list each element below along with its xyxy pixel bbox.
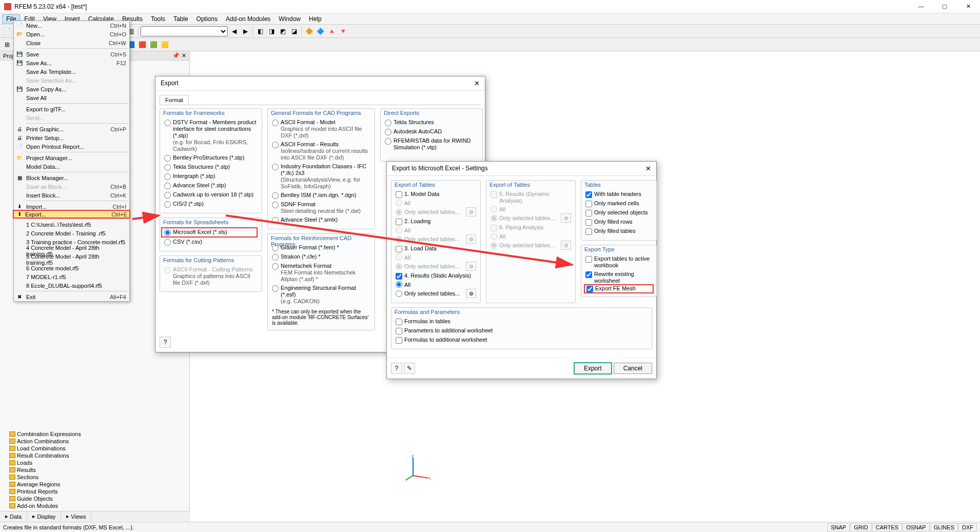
menu-item-save-as-template-[interactable]: Save As Template...: [14, 67, 129, 76]
check-1[interactable]: [585, 201, 592, 207]
menu-item-save[interactable]: 💾SaveCtrl+S: [14, 50, 129, 58]
menu-item-insert-block-[interactable]: Insert Block...Ctrl+K: [14, 191, 129, 200]
radio-fmt-2[interactable]: [272, 263, 279, 270]
tb-tool-e-icon[interactable]: 🔶: [304, 26, 314, 36]
menu-item-export-to-gltf-[interactable]: Export to glTF...: [14, 105, 129, 113]
menu-item-5-concrete-model-april-28th-tr[interactable]: 5 Concrete Model - April 28th training.r…: [14, 255, 129, 264]
radio-fmt-2[interactable]: [164, 164, 171, 171]
menu-item-7-model-r1-rf5[interactable]: 7 MODEL-r1.rf5: [14, 272, 129, 281]
radio-fmt-1[interactable]: [385, 129, 391, 135]
radio-fmt-2[interactable]: [385, 138, 391, 145]
tb-tool-h-icon[interactable]: 🔻: [338, 26, 348, 36]
radio-fmt-1[interactable]: [164, 155, 171, 162]
menu-item-printer-setup-[interactable]: 🖨Printer Setup...: [14, 133, 129, 142]
menu-window[interactable]: Window: [275, 14, 305, 24]
menu-item-project-manager-[interactable]: 📁Project Manager...: [14, 153, 129, 162]
tree-node[interactable]: Loads: [2, 459, 187, 466]
tree-node[interactable]: Average Regions: [2, 481, 187, 488]
check-3[interactable]: [585, 219, 592, 226]
menu-item-model-data-[interactable]: Model Data...: [14, 162, 129, 171]
menu-item-save-all[interactable]: Save All: [14, 93, 129, 102]
tb-tool-d-icon[interactable]: ◪: [289, 26, 299, 36]
radio-fmt-5[interactable]: [272, 217, 279, 224]
menu-item-new-[interactable]: 📄New...Ctrl+N: [14, 21, 129, 30]
radio-fmt-3[interactable]: [272, 285, 279, 292]
menu-table[interactable]: Table: [169, 14, 192, 24]
menu-item-8-ecole-dlubal-support4-rf5[interactable]: 8 Ecole_DLUBAL-support4.rf5: [14, 281, 129, 290]
tb-next-icon[interactable]: ▶: [240, 26, 250, 36]
radio-fmt-4[interactable]: [164, 183, 171, 189]
menu-item-1-c-users-tests-test-rf5[interactable]: 1 C:\Users\..\Tests\test.rf5: [14, 220, 129, 229]
tb-tool-g-icon[interactable]: 🔺: [326, 26, 337, 36]
tb-tool-c-icon[interactable]: ◩: [278, 26, 288, 36]
export-button[interactable]: Export: [574, 362, 612, 375]
export-dialog-close-icon[interactable]: ✕: [474, 80, 480, 87]
pin-icon[interactable]: 📌: [172, 52, 180, 59]
check-table-2[interactable]: [396, 246, 402, 252]
tb-prev-icon[interactable]: ◀: [229, 26, 239, 36]
loadcase-select[interactable]: [141, 26, 228, 36]
menu-options[interactable]: Options: [192, 14, 222, 24]
check-4[interactable]: [585, 228, 592, 235]
menu-item-block-manager-[interactable]: ▦Block Manager...: [14, 173, 129, 182]
tree-node[interactable]: Guide Objects: [2, 495, 187, 502]
radio-fmt-0[interactable]: [164, 120, 171, 126]
menu-item-close[interactable]: CloseCtrl+W: [14, 38, 129, 47]
minimize-button[interactable]: —: [913, 3, 929, 10]
radio-fmt-0[interactable]: [385, 120, 391, 126]
radio-fmt-1[interactable]: [272, 142, 279, 148]
radio-fmt-3[interactable]: [272, 192, 279, 199]
tb2-a-icon[interactable]: ⊞: [2, 40, 12, 50]
tb-tool-b-icon[interactable]: ◨: [266, 26, 277, 36]
bottom-tab-display[interactable]: ▸Display: [27, 511, 61, 521]
menu-tools[interactable]: Tools: [147, 14, 169, 24]
tree-node[interactable]: Load Combinations: [2, 445, 187, 452]
menu-item-2-concrete-model-training-rf5[interactable]: 2 Concrete Model - Training .rf5: [14, 229, 129, 238]
bottom-tab-views[interactable]: ▸Views: [61, 511, 91, 521]
tb2-l-icon[interactable]: 🟥: [137, 40, 147, 50]
radio-fmt-3[interactable]: [164, 173, 171, 180]
menu-item-open-[interactable]: 📂Open...Ctrl+O: [14, 30, 129, 38]
tree-node[interactable]: Combination Expressions: [2, 430, 187, 438]
gear-icon[interactable]: ⚙: [466, 289, 476, 298]
menu-item-save-copy-as-[interactable]: 💾Save Copy As...: [14, 85, 129, 93]
check-2[interactable]: [586, 286, 593, 292]
status-box-snap[interactable]: SNAP: [827, 523, 850, 531]
help-button[interactable]: ?: [160, 337, 171, 348]
menu-item-exit[interactable]: ✖ExitAlt+F4: [14, 292, 129, 301]
menu-item-export-[interactable]: ⬆Export...Ctrl+E: [13, 210, 130, 219]
tree-node[interactable]: Result Combinations: [2, 452, 187, 459]
status-box-grid[interactable]: GRID: [850, 523, 872, 531]
status-box-glines[interactable]: GLINES: [930, 523, 958, 531]
check-table-0[interactable]: [396, 191, 402, 198]
check-0[interactable]: [396, 319, 402, 325]
check-1[interactable]: [396, 328, 402, 334]
help-button-2[interactable]: ?: [391, 363, 402, 374]
settings-button[interactable]: ✎: [404, 363, 415, 374]
menu-help[interactable]: Help: [305, 14, 326, 24]
radio-fmt-4[interactable]: [272, 202, 279, 208]
tree-node[interactable]: Printout Reports: [2, 488, 187, 495]
radio-fmt-2[interactable]: [272, 164, 279, 170]
check-0[interactable]: [585, 256, 592, 263]
tree-node[interactable]: Results: [2, 466, 187, 474]
radio-fmt-0[interactable]: [272, 120, 279, 126]
panel-close-icon[interactable]: ✕: [182, 52, 186, 59]
bottom-tab-data[interactable]: ▸Data: [0, 511, 27, 521]
menu-item-print-graphic-[interactable]: 🖨Print Graphic...Ctrl+P: [14, 125, 129, 133]
tree-node[interactable]: Sections: [2, 474, 187, 481]
check-0[interactable]: [585, 191, 592, 198]
close-button[interactable]: ✕: [961, 3, 976, 10]
menu-item-save-as-[interactable]: 💾Save As...F12: [14, 58, 129, 67]
status-box-cartes[interactable]: CARTES: [872, 523, 902, 531]
radio-fmt-6[interactable]: [164, 201, 171, 208]
check-2[interactable]: [396, 337, 402, 344]
status-box-dxf[interactable]: DXF: [958, 523, 977, 531]
tab-format[interactable]: Format: [160, 95, 189, 105]
radio-fmt-1[interactable]: [164, 239, 171, 246]
navigator-tree[interactable]: Combination ExpressionsAction Combinatio…: [0, 429, 189, 510]
menu-add-on-modules[interactable]: Add-on Modules: [222, 14, 275, 24]
radio-sub-3-1[interactable]: [396, 290, 402, 297]
maximize-button[interactable]: ▢: [937, 3, 952, 10]
radio-fmt-0[interactable]: [164, 229, 171, 236]
